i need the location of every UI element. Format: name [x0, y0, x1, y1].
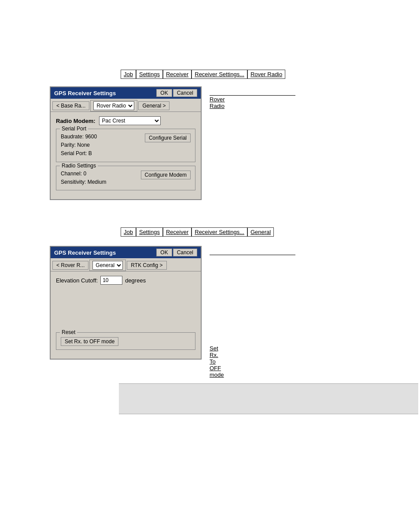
tab-prev-2[interactable]: < Rover R...	[52, 261, 88, 270]
dialog-title-1: GPS Receiver Settings	[54, 90, 116, 97]
elevation-cutoff-input[interactable]	[100, 276, 122, 285]
dialog-gps-rover-radio: GPS Receiver Settings OK Cancel < Base R…	[50, 86, 202, 200]
configure-modem-button[interactable]: Configure Modem	[141, 171, 191, 179]
reset-group-title: Reset	[60, 329, 77, 335]
dialog-cancel-2[interactable]: Cancel	[173, 249, 197, 256]
dialog-cancel-1[interactable]: Cancel	[173, 89, 197, 97]
annotation-rover-radio-label: Rover Radio	[210, 96, 225, 109]
parity-value: None	[77, 142, 90, 148]
tab-active-2: General	[89, 260, 126, 271]
degrees-label: degrees	[125, 277, 146, 284]
tab-select-2[interactable]: General	[92, 261, 123, 270]
elevation-cutoff-row: Elevation Cutoff: degrees	[56, 276, 195, 285]
sensitivity-label: Sensitivity:	[61, 179, 86, 185]
baudrate-row: Baudrate: 9600	[61, 133, 140, 141]
radio-modem-select[interactable]: Pac Crest	[99, 116, 161, 125]
breadcrumb-receiver-1[interactable]: Receiver	[163, 70, 192, 79]
dialog-ok-1[interactable]: OK	[156, 89, 172, 97]
breadcrumb-job-1[interactable]: Job	[121, 70, 136, 79]
reset-group: Reset Set Rx. to OFF mode	[56, 332, 195, 350]
channel-row: Channel: 0	[61, 170, 136, 178]
serial-port-group-title: Serial Port	[60, 126, 88, 132]
tab-active-1: Rover Radio	[90, 100, 137, 111]
breadcrumb-row-2: Job Settings Receiver Receiver Settings.…	[121, 227, 274, 237]
breadcrumb-general-2[interactable]: General	[247, 227, 274, 237]
tab-next-2[interactable]: RTK Config >	[127, 261, 166, 270]
tab-select-1[interactable]: Rover Radio	[93, 101, 134, 110]
spacer	[56, 288, 195, 332]
parity-row: Parity: None	[61, 141, 140, 149]
elevation-cutoff-label: Elevation Cutoff:	[56, 277, 98, 284]
sensitivity-value: Medium	[88, 179, 107, 185]
configure-serial-button[interactable]: Configure Serial	[145, 134, 191, 142]
dialog-titlebar-2: GPS Receiver Settings OK Cancel	[51, 247, 201, 258]
breadcrumb-receiver-2[interactable]: Receiver	[163, 227, 192, 237]
baudrate-label: Baudrate:	[61, 134, 84, 140]
serial-port-row: Baudrate: 9600 Parity: None Serial Port:…	[61, 133, 191, 158]
breadcrumb-settings-2[interactable]: Settings	[136, 227, 163, 237]
breadcrumb-job-2[interactable]: Job	[121, 227, 136, 237]
set-rx-button[interactable]: Set Rx. to OFF mode	[61, 337, 118, 346]
parity-label: Parity:	[61, 142, 76, 148]
tab-next-1[interactable]: General >	[138, 101, 169, 110]
breadcrumb-row-1: Job Settings Receiver Receiver Settings.…	[121, 70, 285, 79]
radio-settings-group-title: Radio Settings	[60, 163, 98, 169]
serial-port-group: Serial Port Baudrate: 9600 Parity: None …	[56, 129, 195, 162]
radio-modem-row: Radio Modem: Pac Crest	[56, 116, 195, 125]
serial-port-info: Baudrate: 9600 Parity: None Serial Port:…	[61, 133, 140, 158]
breadcrumb-receiver-settings-1[interactable]: Receiver Settings...	[192, 70, 247, 79]
breadcrumb-receiver-settings-2[interactable]: Receiver Settings...	[192, 227, 247, 237]
radio-settings-info: Channel: 0 Sensitivity: Medium	[61, 170, 136, 186]
radio-modem-label: Radio Modem:	[56, 118, 96, 124]
dialog-title-2: GPS Receiver Settings	[54, 249, 116, 256]
radio-settings-row: Channel: 0 Sensitivity: Medium Configure…	[61, 170, 191, 186]
channel-label: Channel:	[61, 171, 82, 177]
footer-bar	[119, 383, 418, 414]
dialog-gps-general: GPS Receiver Settings OK Cancel < Rover …	[50, 246, 202, 360]
dialog-titlebar-1: GPS Receiver Settings OK Cancel	[51, 87, 201, 99]
channel-value: 0	[83, 171, 86, 177]
tab-bar-2: < Rover R... General RTK Config >	[51, 258, 201, 271]
tab-prev-1[interactable]: < Base Ra...	[52, 101, 89, 110]
dialog-content-1: Radio Modem: Pac Crest Serial Port Baudr…	[51, 112, 201, 199]
dialog-buttons-2: OK Cancel	[156, 249, 197, 256]
breadcrumb-settings-1[interactable]: Settings	[136, 70, 163, 79]
breadcrumb-rover-radio-1[interactable]: Rover Radio	[247, 70, 285, 79]
baudrate-value: 9600	[85, 134, 97, 140]
serial-port-label: Serial Port:	[61, 150, 87, 156]
tab-bar-1: < Base Ra... Rover Radio General >	[51, 99, 201, 112]
annotation-set-rx-label: Set Rx. To OFF mode	[210, 345, 224, 378]
sensitivity-row: Sensitivity: Medium	[61, 178, 136, 186]
serial-port-value: B	[88, 150, 92, 156]
dialog-buttons-1: OK Cancel	[156, 89, 197, 97]
dialog-content-2: Elevation Cutoff: degrees Reset Set Rx. …	[51, 271, 201, 359]
dialog-ok-2[interactable]: OK	[156, 249, 172, 256]
radio-settings-group: Radio Settings Channel: 0 Sensitivity: M…	[56, 166, 195, 190]
serial-port-row-info: Serial Port: B	[61, 149, 140, 158]
